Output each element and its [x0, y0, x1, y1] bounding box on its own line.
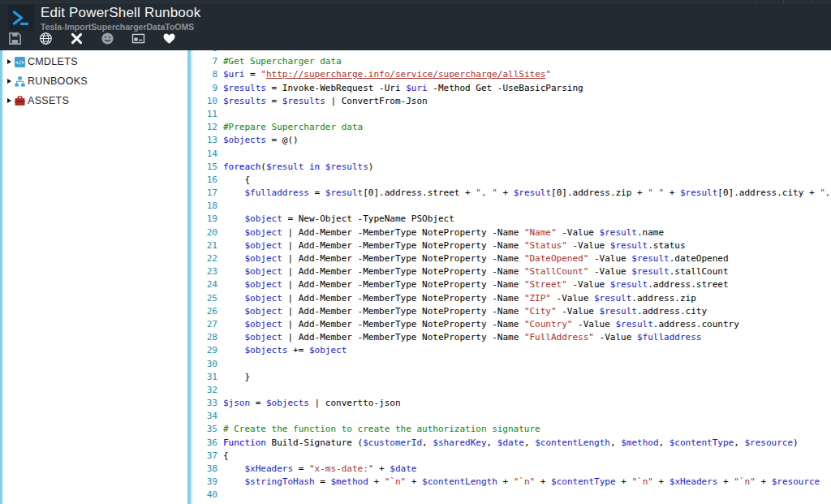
code-line[interactable]: 17 $fulladdress = $result[0].address.str…: [193, 187, 830, 200]
svg-text:</>: </>: [15, 59, 24, 65]
code-line[interactable]: 37{: [193, 450, 830, 463]
code-text: $object = New-Object -TypeName PSObject: [223, 213, 454, 226]
code-text: #Get Supercharger data: [223, 55, 342, 68]
line-number: 18: [193, 200, 217, 213]
line-number: 33: [193, 397, 217, 410]
code-text: }: [223, 371, 250, 384]
code-line[interactable]: 11: [193, 108, 830, 121]
code-text: $object | Add-Member -MemberType NotePro…: [223, 265, 729, 278]
line-number: 34: [193, 410, 217, 423]
line-number: 15: [193, 161, 217, 174]
code-text: $object | Add-Member -MemberType NotePro…: [223, 278, 729, 291]
code-line[interactable]: 12#Prepare Supercharder data: [193, 121, 830, 134]
code-line[interactable]: 27 $object | Add-Member -MemberType Note…: [193, 318, 830, 331]
code-text: $json = $objects | convertto-json: [223, 397, 401, 410]
publish-button[interactable]: [39, 32, 53, 47]
code-editor[interactable]: 67#Get Supercharger data8$uri = "http://…: [193, 50, 831, 504]
code-line[interactable]: 34: [193, 410, 830, 423]
code-line[interactable]: 33$json = $objects | convertto-json: [193, 397, 830, 410]
test-pane-button[interactable]: [131, 32, 145, 47]
line-number: 36: [193, 437, 217, 450]
code-line[interactable]: 36Function Build-Signature ($customerId,…: [193, 437, 830, 450]
chevron-right-icon: [7, 59, 11, 64]
heart-icon: [162, 32, 176, 48]
code-line[interactable]: 20 $object | Add-Member -MemberType Note…: [193, 226, 830, 239]
line-number: 27: [193, 318, 217, 331]
code-line[interactable]: 35# Create the function to create the au…: [193, 423, 830, 436]
code-line[interactable]: 9$results = Invoke-WebRequest -Uri $uri …: [193, 82, 830, 95]
code-lines: 67#Get Supercharger data8$uri = "http://…: [193, 50, 830, 502]
code-text: foreach($result in $results): [223, 161, 373, 174]
code-text: Function Build-Signature ($customerId, $…: [223, 437, 799, 450]
code-line[interactable]: 25 $object | Add-Member -MemberType Note…: [193, 292, 830, 305]
code-line[interactable]: 32: [193, 384, 830, 397]
code-text: $stringToHash = $method + "`n" + $conten…: [223, 476, 820, 489]
code-line[interactable]: 30: [193, 358, 830, 371]
line-number: 22: [193, 252, 217, 265]
save-button[interactable]: [8, 32, 22, 47]
header: Edit PowerShell Runbook Tesla-ImportSupe…: [0, 0, 831, 50]
code-line[interactable]: 29 $objects += $object: [193, 344, 830, 357]
line-number: 7: [193, 55, 217, 68]
code-text: $object | Add-Member -MemberType NotePro…: [223, 318, 739, 331]
sidebar-item-label: CMDLETS: [28, 56, 78, 67]
code-line[interactable]: 8$uri = "http://supercharge.info/service…: [193, 68, 830, 81]
line-number: 14: [193, 148, 217, 161]
line-number: 30: [193, 358, 217, 371]
feedback-button[interactable]: [101, 32, 114, 47]
code-line[interactable]: 39 $stringToHash = $method + "`n" + $con…: [193, 476, 830, 489]
runbook-name: Tesla-ImportSuperchargerDataToOMS: [41, 22, 194, 32]
code-line[interactable]: 7#Get Supercharger data: [193, 55, 830, 68]
test-pane-icon: [131, 32, 145, 48]
code-line[interactable]: 22 $object | Add-Member -MemberType Note…: [193, 252, 830, 265]
line-number: 29: [193, 344, 217, 357]
code-text: $object | Add-Member -MemberType NotePro…: [223, 252, 729, 265]
code-text: $results = Invoke-WebRequest -Uri $uri -…: [223, 82, 583, 95]
code-line[interactable]: 31 }: [193, 371, 830, 384]
globe-icon: [39, 32, 53, 48]
code-line[interactable]: 19 $object = New-Object -TypeName PSObje…: [193, 213, 830, 226]
sidebar-item-cmdlets[interactable]: </> CMDLETS: [2, 52, 187, 71]
cmdlets-icon: </>: [15, 57, 25, 67]
page-title: Edit PowerShell Runbook: [41, 5, 200, 21]
line-number: 23: [193, 265, 217, 278]
code-text: $object | Add-Member -MemberType NotePro…: [223, 226, 664, 239]
line-number: 28: [193, 331, 217, 344]
code-line[interactable]: 14: [193, 148, 830, 161]
chevron-right-icon: [7, 79, 11, 84]
runbook-editor-window: Edit PowerShell Runbook Tesla-ImportSupe…: [0, 0, 831, 504]
code-line[interactable]: 18: [193, 200, 830, 213]
code-line[interactable]: 16 {: [193, 174, 830, 187]
code-line[interactable]: 24 $object | Add-Member -MemberType Note…: [193, 278, 830, 291]
code-line[interactable]: 28 $object | Add-Member -MemberType Note…: [193, 331, 830, 344]
sidebar-item-assets[interactable]: ASSETS: [2, 91, 187, 110]
code-text: $object | Add-Member -MemberType NotePro…: [223, 305, 707, 318]
pane-border: [192, 50, 192, 504]
line-number: 35: [193, 423, 217, 436]
window-chrome-strip: [0, 0, 831, 3]
code-text: #Prepare Supercharder data: [223, 121, 363, 134]
code-line[interactable]: 10$results = $results | ConvertFrom-Json: [193, 95, 830, 108]
code-line[interactable]: 13$objects = @(): [193, 134, 830, 147]
line-number: 31: [193, 371, 217, 384]
code-line[interactable]: 15foreach($result in $results): [193, 161, 830, 174]
sidebar-item-runbooks[interactable]: RUNBOOKS: [2, 71, 187, 91]
line-number: 24: [193, 278, 217, 291]
code-line[interactable]: 38 $xHeaders = "x-ms-date:" + $date: [193, 463, 830, 476]
line-number: 20: [193, 226, 217, 239]
chevron-right-icon: [7, 98, 11, 103]
line-number: 13: [193, 134, 217, 147]
sidebar-item-label: RUNBOOKS: [28, 75, 88, 87]
line-number: 17: [193, 187, 217, 200]
code-line[interactable]: 21 $object | Add-Member -MemberType Note…: [193, 239, 830, 252]
code-line[interactable]: 26 $object | Add-Member -MemberType Note…: [193, 305, 830, 318]
code-text: {: [223, 450, 229, 463]
line-number: 39: [193, 476, 217, 489]
feedback-smiley-icon: [101, 32, 114, 48]
assets-icon: [15, 96, 25, 106]
favorite-button[interactable]: [162, 32, 176, 47]
discard-button[interactable]: [70, 32, 84, 47]
line-number: 26: [193, 305, 217, 318]
code-line[interactable]: 23 $object | Add-Member -MemberType Note…: [193, 265, 830, 278]
code-line[interactable]: 40: [193, 489, 830, 502]
